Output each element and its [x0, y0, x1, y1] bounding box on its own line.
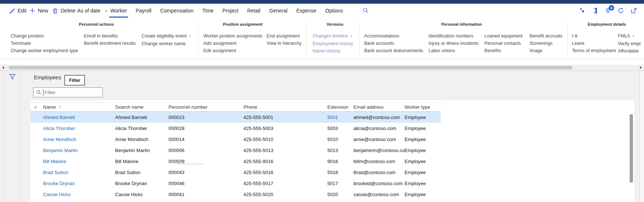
ribbon-column: Enroll in benefits Benefit enrollment re…	[84, 32, 136, 47]
table-row[interactable]: Bill Malone Bill Malone 000509 425-555-9…	[31, 156, 441, 167]
tab-general[interactable]: General	[269, 4, 288, 18]
tab-expense[interactable]: Expense	[296, 4, 316, 18]
table-row[interactable]: Brad Sutton Brad Sutton 000043 425-555-5…	[31, 167, 441, 178]
tab-time[interactable]: Time	[202, 4, 214, 18]
table-row[interactable]: Benjamin Martin Benjamin Martin 000006 4…	[31, 145, 441, 156]
ribbon-item-view-in-hierarchy[interactable]: View in hierarchy	[267, 40, 302, 47]
ribbon-item-labor-unions[interactable]: Labor unions	[428, 47, 478, 54]
select-all-checkmark-icon[interactable]: ✓	[31, 104, 43, 110]
employee-name-link[interactable]: Cassie Hicks	[43, 192, 71, 197]
ribbon-item-injury-or-illness-incidents[interactable]: Injury or illness incidents	[428, 40, 478, 47]
table-row[interactable]: Alicia Thornber Alicia Thornber 000028 4…	[31, 123, 441, 134]
vertical-scrollbar-thumb[interactable]	[630, 114, 633, 183]
employee-name-link[interactable]: Arnie Mondloch	[43, 137, 76, 142]
search-name-cell: Alicia Thornber	[115, 126, 168, 131]
worker-type-cell: Employee	[405, 181, 441, 186]
scroll-left-icon[interactable]	[2, 66, 4, 69]
column-header-name[interactable]: Name↑	[43, 104, 115, 110]
extension-cell: 5013	[327, 148, 353, 153]
ribbon-item-screenings[interactable]: Screenings	[530, 40, 562, 47]
ribbon-item-name-history[interactable]: Name History	[313, 47, 353, 55]
ribbon-item-fmla[interactable]: FMLA∨	[618, 32, 641, 40]
office-apps-icon[interactable]	[592, 7, 598, 14]
ribbon-item-image[interactable]: Image	[530, 47, 562, 54]
ribbon-item-worker-position-assignments[interactable]: Worker position assignments	[203, 32, 262, 40]
scroll-right-icon[interactable]	[640, 66, 642, 69]
delete-button[interactable]: Delete	[52, 4, 75, 18]
ribbon-item-loaned-equipment[interactable]: Loaned equipment	[484, 32, 523, 40]
filter-input[interactable]	[33, 87, 103, 97]
ribbon-item-add-assignment[interactable]: Add assignment	[203, 40, 262, 47]
table-row[interactable]: Ahmed Barnett Ahmed Barnett 000023 425-5…	[31, 112, 441, 123]
ribbon-item-changes-timeline[interactable]: Changes timeline∨	[313, 32, 353, 40]
tab-retail[interactable]: Retail	[247, 4, 260, 18]
tab-worker[interactable]: Worker	[110, 4, 127, 18]
attachments-count-badge: 0	[609, 5, 614, 11]
email-cell: arnie@contoso.com	[353, 137, 405, 142]
ribbon-item-change-position[interactable]: Change position	[11, 32, 78, 40]
ribbon-item-edit-assignment[interactable]: Edit assignment	[203, 47, 262, 54]
employee-name-link[interactable]: Brad Sutton	[43, 170, 68, 175]
ribbon-column: Create eligibility event∨ Change worker …	[142, 32, 191, 47]
employee-name-link[interactable]: Alicia Thornber	[43, 126, 75, 131]
employee-name-link[interactable]: Brooke Drynan	[43, 181, 75, 186]
employee-name-link[interactable]: Bill Malone	[43, 159, 67, 164]
ribbon-item-employment-history[interactable]: Employment history	[313, 40, 353, 47]
ribbon-item-accommodations[interactable]: Accommodations	[364, 32, 423, 40]
tab-payroll[interactable]: Payroll	[136, 4, 152, 18]
ribbon-item-i9[interactable]: I-9	[572, 32, 616, 40]
column-header-personnel-number[interactable]: Personnel number	[168, 104, 243, 110]
ribbon-item-identification-numbers[interactable]: Identification numbers	[428, 32, 478, 40]
tab-compensation[interactable]: Compensation	[160, 4, 193, 18]
ribbon-item-benefit-enrollment-results[interactable]: Benefit enrollment results	[84, 40, 136, 47]
diamonds-icon[interactable]	[579, 7, 586, 14]
edit-button[interactable]: Edit	[9, 4, 26, 18]
ribbon-item-terms-of-employment[interactable]: Terms of employment	[572, 47, 616, 54]
tab-options[interactable]: Options	[325, 4, 343, 18]
employee-name-link[interactable]: Benjamin Martin	[43, 148, 78, 153]
attachments-paperclip-icon[interactable]: 0	[605, 7, 611, 14]
refresh-icon[interactable]	[618, 7, 624, 14]
column-header-extension[interactable]: Extension	[327, 104, 353, 110]
ribbon-item-leave[interactable]: Leave	[572, 40, 616, 47]
name-cell: Arnie Mondloch	[43, 137, 115, 142]
column-header-worker-type[interactable]: Worker type	[405, 104, 441, 110]
ribbon-item-enroll-in-benefits[interactable]: Enroll in benefits	[84, 32, 136, 40]
ribbon-item-terminate[interactable]: Terminate	[11, 40, 78, 47]
filter-funnel-icon[interactable]	[9, 73, 16, 82]
table-row[interactable]: Arnie Mondloch Arnie Mondloch 000014 425…	[31, 134, 441, 145]
ribbon-item-change-worker-employment-type[interactable]: Change worker employment type	[11, 47, 78, 54]
ribbon-item-end-assignment[interactable]: End assignment	[267, 32, 302, 40]
ribbon-horizontal-scrollbar[interactable]	[0, 65, 644, 71]
ribbon-item-benefits[interactable]: Benefits	[484, 47, 523, 54]
ribbon-item-benefit-accruals[interactable]: Benefit accruals	[530, 32, 562, 40]
group-title-employment-details: Employment details	[588, 22, 626, 26]
tab-project[interactable]: Project	[223, 4, 239, 18]
table-row[interactable]: Brooke Drynan Brooke Drynan 000046 425-5…	[31, 178, 441, 189]
search-icon[interactable]	[363, 7, 369, 15]
right-collapsed-pane	[640, 71, 644, 202]
ribbon-item-change-worker-name[interactable]: Change worker name	[142, 40, 191, 47]
ribbon-item-create-eligibility-event[interactable]: Create eligibility event∨	[142, 32, 191, 40]
ribbon-item-bank-accounts[interactable]: Bank accounts	[364, 40, 423, 47]
ribbon-item-bank-account-disbursements[interactable]: Bank account disbursements	[364, 47, 423, 54]
table-row[interactable]: Cassie Hicks Cassie Hicks 000041 425-555…	[31, 189, 441, 200]
column-header-email[interactable]: Email address	[353, 104, 405, 110]
column-header-phone[interactable]: Phone	[243, 104, 327, 110]
group-divider	[359, 21, 360, 56]
app-window: Edit New Delete As of date ∨ Worker Payr…	[0, 0, 644, 202]
employee-name-link[interactable]: Ahmed Barnett	[43, 115, 75, 120]
ribbon-item-verify-employment[interactable]: Verify empl	[618, 40, 641, 47]
column-header-search-name[interactable]: Search name	[115, 104, 168, 110]
open-in-new-window-icon[interactable]	[630, 7, 637, 14]
personnel-number-cell: 000006	[168, 148, 243, 153]
chevron-down-icon: ∨	[351, 33, 353, 39]
horizontal-scrollbar-thumb[interactable]	[9, 66, 572, 69]
new-button[interactable]: New	[29, 4, 48, 18]
ribbon-item-personal-contacts[interactable]: Personal contacts	[484, 40, 523, 47]
trash-icon	[52, 8, 58, 14]
ribbon-item-affordable-care-act[interactable]: Affordable	[618, 47, 641, 55]
as-of-date-dropdown[interactable]: As of date ∨	[77, 4, 107, 18]
extension-cell[interactable]: 5001	[327, 115, 353, 120]
personnel-number-cell: 000041	[168, 192, 243, 197]
